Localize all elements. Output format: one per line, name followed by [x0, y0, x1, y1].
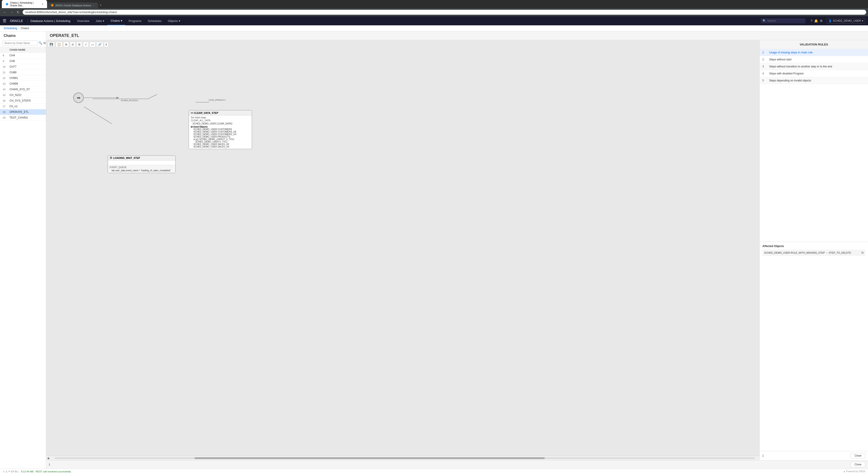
sidebar-row-ch999[interactable]: 13 CH999: [0, 81, 46, 87]
diagram-help-icon[interactable]: ℹ: [49, 463, 50, 466]
start-node-icon: ➡: [77, 95, 81, 100]
header-search-input[interactable]: [767, 19, 804, 22]
validation-rule-4[interactable]: 4 Steps with disabled Program: [760, 70, 868, 77]
validation-rule-5[interactable]: 5 Steps depending on invalid objects: [760, 77, 868, 84]
new-tab-button[interactable]: +: [98, 2, 103, 8]
sidebar-row-ch991[interactable]: 12 CH991: [0, 75, 46, 81]
back-button[interactable]: ←: [2, 9, 8, 15]
affected-objects-section: Affected Objects SCHED_DEMO_USER.RULE_WI…: [760, 242, 868, 259]
address-bar[interactable]: localhost:8080/ords/sched_demo/_sdw?nav=…: [23, 10, 866, 15]
tab2-close-btn[interactable]: ✕: [93, 4, 94, 6]
clear-data-used-objects-label: ⊟ Used Objects: [191, 125, 250, 128]
used-obj-1: SCHED_DEMO_USER.CUSTOMERS_UK: [191, 130, 250, 133]
help-icon[interactable]: ?: [811, 19, 813, 23]
copy-affected-btn[interactable]: ⧉: [862, 251, 864, 255]
sidebar-row-ch88[interactable]: 11 CH88: [0, 70, 46, 75]
sidebar-row-chain-sys-st[interactable]: 14 CHAIN_SYS_ST: [0, 87, 46, 92]
sidebar-filter-button[interactable]: ⚙: [43, 41, 46, 45]
clear-data-node[interactable]: ▭ CLEAR_DATA_STEP Set initial stage CLEA…: [189, 110, 252, 149]
row-num-16: 16: [3, 99, 9, 102]
clear-data-header-icon: ▭: [191, 111, 193, 114]
tab-close-btn[interactable]: ✕: [42, 3, 43, 5]
refresh-button[interactable]: ↻: [16, 9, 21, 15]
load-product-label: LOAD_PRODUCT...: [209, 99, 227, 101]
link-btn[interactable]: 🔗: [96, 42, 103, 47]
rect-btn[interactable]: ▭: [90, 42, 95, 47]
diagram-canvas[interactable]: 💾 📋 ⊕ ⊖ ⊞ ⤢ ▭ 🔗 ℹ: [46, 40, 760, 460]
loading-wait-section: EVENT_QUEUE tab.user_data.event_name = '…: [108, 165, 175, 173]
forward-button[interactable]: →: [9, 9, 14, 15]
sidebar-row-ch-n1[interactable]: 17 Ch_n1: [0, 103, 46, 109]
fit-btn[interactable]: ⊞: [76, 42, 82, 47]
chains-dropdown-icon: ▾: [121, 19, 122, 22]
rule-text-5: Steps depending on invalid objects: [769, 79, 865, 82]
nav-objects[interactable]: Objects ▾: [165, 16, 183, 25]
user-menu[interactable]: 👤 SCHED_DEMO_USER ▾: [826, 18, 865, 24]
sidebar-row-ch4[interactable]: 8 CH4: [0, 53, 46, 58]
validation-close-btn[interactable]: Close: [850, 453, 865, 458]
p-v-tx11-expand: ⊟ p(): [193, 138, 198, 141]
chain-name-test-chain1: TEST_CHAIN1: [9, 116, 43, 119]
inactive-tab[interactable]: 🔶 JSON | Oracle Database Actions ✕: [47, 2, 98, 8]
warning-icon: ⚠: [3, 470, 5, 473]
info-btn[interactable]: ℹ: [104, 42, 108, 47]
rule-num-1: 1: [762, 51, 769, 54]
sidebar-search-button[interactable]: 🔍: [38, 41, 42, 45]
save2-diagram-btn[interactable]: 📋: [56, 42, 62, 47]
validation-rule-2[interactable]: 2 Steps without start: [760, 56, 868, 63]
chain-name-ch88: CH88: [9, 71, 43, 74]
notifications-icon[interactable]: 🔔: [814, 19, 818, 23]
settings-icon[interactable]: ⚙: [820, 19, 823, 23]
sidebar-search-input[interactable]: [2, 40, 37, 46]
validation-rule-1[interactable]: 1 Usage of missing steps in chain rule: [760, 49, 868, 56]
nav-jobs[interactable]: Jobs ▾: [93, 16, 107, 25]
zoom-in-btn[interactable]: ⊕: [63, 42, 69, 47]
sidebar-title: Chains: [0, 31, 46, 39]
sidebar-row-ch6[interactable]: 9 CH6: [0, 58, 46, 64]
hamburger-menu[interactable]: ☰: [3, 18, 6, 23]
sidebar-row-ch-n222[interactable]: 15 CH_N222: [0, 92, 46, 98]
diagram-footer: ℹ Close: [46, 460, 868, 469]
chain-name-ch-sys-steps: CH_SYS_STEPS: [9, 99, 43, 102]
nav-chains[interactable]: Chains ▾: [107, 16, 125, 25]
sidebar-row-operate-etl[interactable]: 18 OPERATE_ETL: [0, 109, 46, 115]
rule-text-2: Steps without start: [769, 58, 865, 61]
validation-rule-3[interactable]: 3 Steps without transition to another st…: [760, 63, 868, 70]
loading-wait-body: [108, 160, 175, 165]
sidebar-row-ch77[interactable]: 10 CH77: [0, 64, 46, 70]
sidebar: Chains 🔍 ⚙ CHAIN NAME 8 CH4 9 CH6 10 CH7…: [0, 31, 46, 469]
row-num-14: 14: [3, 88, 9, 91]
zoom-out-btn[interactable]: ⊖: [70, 42, 75, 47]
main-layout: Chains 🔍 ⚙ CHAIN NAME 8 CH4 9 CH6 10 CH7…: [0, 31, 868, 469]
start-node[interactable]: ➡: [73, 92, 84, 103]
loading-wait-node[interactable]: ⏱ LOADING_WAIT_STEP EVENT_QUEUE tab.user…: [108, 155, 176, 173]
nav-overview[interactable]: Overview: [74, 16, 93, 25]
active-tab[interactable]: 🔷 Chains | Scheduling | Oracle Dat... ✕: [2, 0, 47, 8]
row-num-18: 18: [3, 111, 9, 113]
scroll-thumb[interactable]: [194, 457, 545, 459]
validation-help-icon[interactable]: ℹ: [762, 454, 764, 457]
breadcrumb-scheduling[interactable]: Scheduling: [4, 27, 17, 30]
sidebar-row-test-chain1[interactable]: 19 TEST_CHAIN1: [0, 115, 46, 121]
sidebar-row-ch-sys-steps[interactable]: 16 CH_SYS_STEPS: [0, 98, 46, 103]
chain-name-ch991: CH991: [9, 77, 43, 80]
nav-schedules[interactable]: Schedules: [145, 16, 165, 25]
warning-count: 1: [6, 470, 7, 473]
loading-wait-title: LOADING_WAIT_STEP: [113, 156, 140, 159]
nav-programs[interactable]: Programs: [126, 16, 145, 25]
expand-btn[interactable]: ⤢: [83, 42, 89, 47]
scroll-track[interactable]: [55, 457, 755, 459]
used-obj-7: SCHED_DEMO_USER.SALES_US: [191, 146, 250, 148]
status-icons: ⚠ 1 ✕ 0 ℹ 0 |: [3, 470, 18, 473]
scroll-left-btn[interactable]: ◀: [46, 456, 50, 460]
diagram-close-btn[interactable]: Close: [850, 462, 865, 467]
clear-data-section: CLEAR_ALL_DATA: [191, 119, 250, 122]
app-header: ☰ ORACLE Database Actions | Scheduling O…: [0, 16, 868, 25]
loading-wait-header: ⏱ LOADING_WAIT_STEP: [108, 156, 175, 160]
app-title: Database Actions | Scheduling: [28, 19, 70, 23]
status-bar: ⚠ 1 ✕ 0 ℹ 0 | 9:12:44 AM - REST call res…: [0, 469, 868, 474]
rule-text-1: Usage of missing steps in chain rule: [769, 51, 865, 54]
save-diagram-btn[interactable]: 💾: [48, 42, 55, 47]
chain-name-ch6: CH6: [9, 60, 43, 63]
content-area: OPERATE_ETL 💾 📋 ⊕ ⊖ ⊞ ⤢ ▭ 🔗 ℹ: [46, 31, 868, 469]
